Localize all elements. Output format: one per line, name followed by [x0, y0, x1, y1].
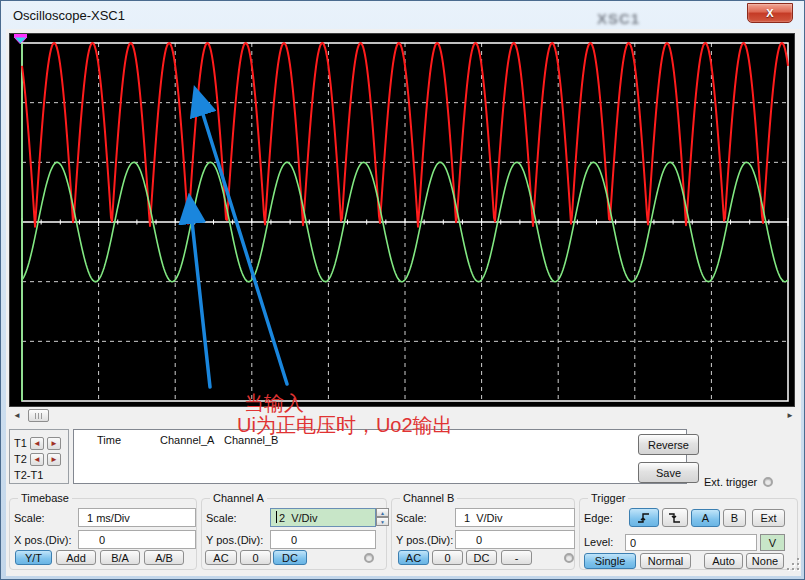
channel-b-terminal-icon	[564, 553, 574, 563]
channel-b-minus-button[interactable]: -	[501, 550, 532, 565]
save-button[interactable]: Save	[638, 462, 699, 483]
channel-a-ac-button[interactable]: AC	[205, 550, 237, 565]
t2-t1-label: T2-T1	[14, 469, 43, 481]
add-button[interactable]: Add	[56, 550, 96, 565]
close-button[interactable]: X	[747, 3, 793, 23]
oscilloscope-window: Oscilloscope-XSC1 XSC1 X 当输入 Ui为正电压时，Uo2…	[0, 0, 805, 580]
yt-button[interactable]: Y/T	[15, 550, 52, 565]
col-time: Time	[97, 434, 121, 446]
channel-b-dc-button[interactable]: DC	[466, 550, 497, 565]
t1-left-button[interactable]: ◄	[30, 437, 44, 450]
ext-trigger-label: Ext. trigger	[704, 476, 757, 488]
spin-up-icon[interactable]: ▲	[376, 508, 389, 517]
trigger-source-a-button[interactable]: A	[691, 509, 720, 527]
trigger-level-unit-select[interactable]: V	[760, 534, 785, 551]
timebase-scale-label: Scale:	[14, 512, 45, 524]
channel-b-legend: Channel B	[400, 492, 457, 504]
channel-a-scale-spinner[interactable]: ▲ ▼	[376, 508, 389, 527]
trigger-source-ext-button[interactable]: Ext	[752, 509, 785, 527]
col-channel-a: Channel_A	[160, 434, 214, 446]
annotation-line2: Ui为正电压时，Uo2输出	[237, 412, 453, 439]
timebase-xpos-field[interactable]	[78, 530, 196, 549]
t2-label: T2	[14, 453, 27, 465]
timebase-xpos-label: X pos.(Div):	[14, 534, 71, 546]
trigger-level-field[interactable]	[625, 534, 757, 551]
t2-right-button[interactable]: ►	[47, 453, 61, 466]
rising-edge-button[interactable]	[629, 508, 659, 527]
trigger-source-b-button[interactable]: B	[723, 509, 746, 527]
channel-a-dc-button[interactable]: DC	[273, 550, 307, 565]
channel-b-scale-label: Scale:	[396, 512, 427, 524]
channel-b-0-button[interactable]: 0	[432, 550, 463, 565]
window-title: Oscilloscope-XSC1	[13, 8, 125, 23]
channel-b-ypos-field[interactable]	[455, 530, 575, 549]
timebase-legend: Timebase	[18, 492, 72, 504]
t1-label: T1	[14, 437, 27, 449]
text-caret	[276, 511, 277, 523]
trigger-normal-button[interactable]: Normal	[640, 553, 691, 569]
channel-a-group: Channel A Scale: ▲ ▼ Y pos.(Div): AC 0 D…	[201, 498, 387, 570]
channel-a-scale-label: Scale:	[206, 512, 237, 524]
trigger-group: Trigger Edge: A B Ext Level: V Single No…	[579, 498, 798, 570]
rising-edge-icon	[637, 511, 651, 524]
ext-trigger-terminal-icon	[763, 477, 773, 487]
ba-button[interactable]: B/A	[100, 550, 140, 565]
channel-a-0-button[interactable]: 0	[240, 550, 271, 565]
trigger-single-button[interactable]: Single	[584, 553, 636, 569]
channel-a-terminal-icon	[364, 553, 374, 563]
ab-button[interactable]: A/B	[144, 550, 184, 565]
trigger-legend: Trigger	[588, 492, 628, 504]
scrollbar-grip-icon	[35, 413, 43, 419]
channel-b-ac-button[interactable]: AC	[398, 550, 429, 565]
cursor-panel: T1 ◄ ► T2 ◄ ► T2-T1	[9, 429, 69, 484]
falling-edge-icon	[668, 511, 682, 524]
trigger-none-button[interactable]: None	[746, 553, 784, 569]
trigger-auto-button[interactable]: Auto	[704, 553, 743, 569]
channel-a-ypos-label: Y pos.(Div):	[206, 534, 263, 546]
window-watermark: XSC1	[597, 10, 640, 27]
channel-a-legend: Channel A	[210, 492, 267, 504]
trigger-edge-label: Edge:	[584, 512, 613, 524]
channel-a-ypos-field[interactable]	[270, 530, 376, 549]
channel-b-scale-field[interactable]	[455, 508, 575, 527]
timebase-group: Timebase Scale: X pos.(Div): Y/T Add B/A…	[9, 498, 197, 570]
scope-display	[9, 33, 795, 407]
channel-b-ypos-label: Y pos.(Div):	[396, 534, 453, 546]
channel-a-scale-field[interactable]	[270, 508, 376, 527]
scroll-right-icon[interactable]: ►	[786, 410, 794, 421]
t1-right-button[interactable]: ►	[47, 437, 61, 450]
reverse-button[interactable]: Reverse	[638, 434, 699, 455]
trigger-level-label: Level:	[584, 536, 613, 548]
title-bar[interactable]: Oscilloscope-XSC1 XSC1 X	[1, 1, 805, 29]
scroll-left-icon[interactable]: ◄	[13, 410, 21, 421]
waveform-plot	[10, 34, 794, 406]
timebase-scale-field[interactable]	[78, 508, 196, 527]
spin-down-icon[interactable]: ▼	[376, 517, 389, 526]
falling-edge-button[interactable]	[662, 508, 688, 527]
channel-b-group: Channel B Scale: Y pos.(Div): AC 0 DC -	[391, 498, 575, 570]
t2-left-button[interactable]: ◄	[30, 453, 44, 466]
scrollbar-thumb[interactable]	[28, 409, 49, 422]
resize-grip-icon[interactable]	[787, 558, 801, 572]
